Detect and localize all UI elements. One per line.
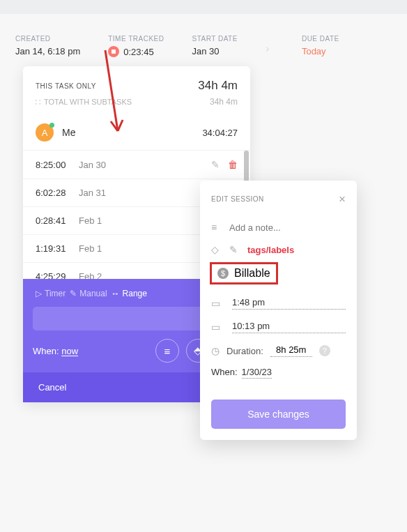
me-name: Me: [62, 127, 75, 138]
edit-session-popup: EDIT SESSION × ≡ Add a note... ◇ ✎ tags/…: [200, 181, 357, 440]
time-tracked-label: TIME TRACKED: [108, 35, 164, 43]
calendar-icon: ▭: [211, 298, 222, 309]
edit-icon: ✎: [70, 289, 77, 298]
cancel-button[interactable]: Cancel: [23, 372, 130, 402]
time-entry-row[interactable]: 8:25:00 Jan 30 ✎ 🗑: [23, 151, 250, 179]
subtasks-icon: ⸬: [36, 98, 40, 107]
tab-range[interactable]: ↔ Range: [112, 289, 147, 298]
calendar-icon: ▭: [211, 321, 222, 333]
note-icon: ≡: [211, 222, 222, 233]
start-time-row[interactable]: ▭ 1:48 pm: [211, 291, 346, 315]
me-total-time: 34:04:27: [202, 128, 238, 138]
play-icon: ▷: [36, 289, 42, 298]
avatar[interactable]: A: [36, 123, 54, 142]
clock-icon: ◷: [211, 345, 222, 356]
trash-icon[interactable]: 🗑: [228, 159, 238, 170]
tag-icon: ◇: [211, 244, 222, 255]
end-time-row[interactable]: ▭ 10:13 pm: [211, 315, 346, 339]
when-row[interactable]: When: 1/30/23: [211, 367, 346, 379]
task-meta-row: CREATED Jan 14, 6:18 pm TIME TRACKED 0:2…: [0, 14, 407, 71]
duration-row[interactable]: ◷ Duration: 8h 25m ?: [211, 339, 346, 363]
time-tracked-value[interactable]: 0:23:45: [123, 47, 153, 57]
subtasks-time: 34h 4m: [210, 97, 238, 107]
duration-input[interactable]: 8h 25m: [270, 344, 312, 357]
created-label: CREATED: [15, 35, 80, 43]
chevron-icon: ›: [266, 43, 274, 55]
tab-timer[interactable]: ▷ Timer: [36, 289, 66, 298]
tab-manual[interactable]: ✎ Manual: [70, 289, 107, 298]
help-icon[interactable]: ?: [319, 345, 330, 356]
total-time: 34h 4m: [198, 79, 238, 93]
record-icon[interactable]: [108, 46, 119, 57]
total-subtasks-label[interactable]: ⸬ TOTAL WITH SUBTASKS: [36, 98, 132, 107]
pencil-icon: ✎: [229, 244, 240, 255]
add-note-row[interactable]: ≡ Add a note...: [211, 216, 346, 238]
note-icon[interactable]: ≡: [155, 339, 179, 363]
tags-annotation: tags/labels: [247, 245, 294, 255]
when-date-input[interactable]: 1/30/23: [242, 367, 272, 379]
due-date-value[interactable]: Today: [302, 46, 339, 56]
this-task-label: THIS TASK ONLY: [36, 82, 96, 90]
start-time-input[interactable]: 1:48 pm: [232, 297, 346, 310]
edit-icon[interactable]: ✎: [211, 159, 220, 170]
when-label[interactable]: When: now: [33, 346, 148, 356]
start-date-label: START DATE: [192, 35, 238, 43]
created-value: Jan 14, 6:18 pm: [15, 46, 80, 56]
close-icon[interactable]: ×: [339, 193, 346, 205]
save-changes-button[interactable]: Save changes: [211, 400, 346, 429]
tracker-time-input[interactable]: [33, 307, 213, 330]
dollar-icon: $: [217, 268, 229, 279]
tags-row[interactable]: ◇ ✎ tags/labels: [211, 238, 346, 261]
edit-session-title: EDIT SESSION: [211, 195, 264, 203]
start-date-value[interactable]: Jan 30: [192, 46, 238, 56]
billable-toggle[interactable]: $ Billable: [210, 262, 278, 284]
range-icon: ↔: [112, 289, 120, 298]
end-time-input[interactable]: 10:13 pm: [232, 321, 346, 333]
due-date-label: DUE DATE: [302, 35, 339, 43]
